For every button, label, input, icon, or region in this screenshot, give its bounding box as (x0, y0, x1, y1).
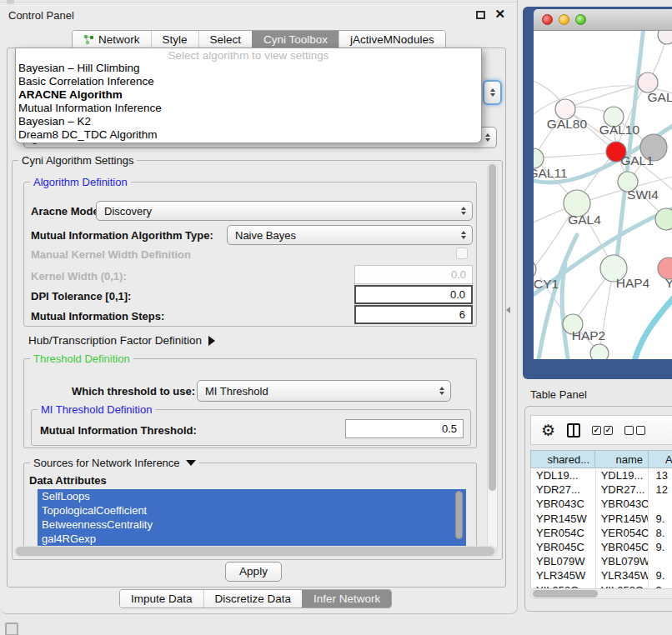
gear-icon[interactable]: ⚙ (541, 422, 555, 438)
table-cell: YER054C (596, 526, 649, 540)
tab-select[interactable]: Select (198, 31, 253, 48)
which-threshold-combo[interactable]: MI Threshold (197, 380, 451, 402)
tab-impute-data[interactable]: Impute Data (120, 590, 203, 608)
hub-definition-toggle[interactable]: Hub/Transcription Factor Definition (28, 334, 215, 347)
tab-jactivemnodules[interactable]: jActiveMNodules (339, 31, 445, 48)
window-minimize-icon[interactable] (559, 14, 569, 25)
node-label-gal11: GAL11 (534, 166, 568, 180)
table-cell: YBR045C (596, 540, 649, 554)
algorithm-item-mutual-information-inference[interactable]: Mutual Information Inference (16, 102, 481, 115)
network-node[interactable] (655, 208, 672, 230)
select-all-checkboxes-icon[interactable]: ✓✓ (592, 426, 613, 435)
algorithm-item-bayesian-k2[interactable]: Bayesian – K2 (16, 115, 481, 128)
table-cell: YLR345W (596, 568, 649, 582)
node-table: shared...nameA YDL19...YDL19...13YDR27..… (530, 450, 672, 588)
column-header-shared[interactable]: shared... (530, 450, 595, 468)
aracne-mode-combo[interactable]: Discovery (96, 201, 473, 221)
control-panel-titlebar: Control Panel ✕ (0, 3, 517, 27)
mi-algorithm-type-value: Naive Bayes (228, 229, 457, 242)
network-canvas[interactable]: GALGAL80GAL10GAL1GAL11SWI4GAL4GCY1HAP4YH… (534, 31, 672, 359)
table-cell: YDL19... (596, 468, 649, 482)
close-icon[interactable]: ✕ (494, 7, 505, 22)
tab-infer-network[interactable]: Infer Network (302, 590, 391, 608)
table-row[interactable]: YER054CYER054C8. (531, 526, 672, 540)
table-cell: YBL079W (531, 554, 596, 568)
settings-hscrollbar-thumb[interactable] (16, 547, 494, 556)
table-cell: YPR145W (531, 512, 596, 526)
algorithm-item-dream8-dc-tdc-algorithm[interactable]: Dream8 DC_TDC Algorithm (16, 128, 481, 142)
attribute-item-betweennesscentrality[interactable]: BetweennessCentrality (38, 518, 466, 532)
table-cell: YBR045C (531, 540, 596, 554)
table-hscrollbar-thumb[interactable] (533, 590, 598, 598)
table-row[interactable]: YBL079WYBL079W (531, 554, 672, 568)
network-window-titlebar[interactable] (534, 9, 672, 31)
expanded-arrow-icon[interactable] (186, 460, 196, 466)
node-label-gal1: GAL1 (620, 153, 654, 168)
node-label-gcy1: GCY1 (534, 277, 559, 291)
table-row[interactable]: YPR145WYPR145W9. (531, 512, 672, 526)
attribute-item-topologicalcoefficient[interactable]: TopologicalCoefficient (38, 503, 466, 518)
network-node[interactable] (658, 31, 672, 44)
spinner-up-icon (490, 88, 495, 92)
network-icon (83, 34, 94, 45)
attribute-item-selfloops[interactable]: SelfLoops (38, 489, 466, 503)
tab-style[interactable]: Style (151, 31, 198, 48)
aracne-mode-label: Aracne Mode: (31, 205, 103, 218)
float-panel-icon[interactable] (476, 11, 485, 19)
table-cell: YDR27... (596, 482, 649, 497)
table-header-row: shared...nameA (530, 450, 672, 468)
table-cell: YER054C (531, 526, 596, 540)
splitter-collapse-icon[interactable] (506, 307, 510, 313)
table-hscrollbar[interactable] (530, 588, 672, 599)
table-cell: 12 (649, 482, 672, 497)
control-panel: Control Panel ✕ NetworkStyleSelectCyni T… (0, 0, 518, 614)
manual-kernel-width-checkbox[interactable] (456, 248, 468, 259)
network-window[interactable]: GALGAL80GAL10GAL1GAL11SWI4GAL4GCY1HAP4YH… (523, 7, 672, 379)
combo-spinner-icon (481, 133, 494, 142)
table-row[interactable]: YBR045CYBR045C9. (531, 540, 672, 554)
column-header-a[interactable]: A (649, 450, 672, 468)
data-attributes-list[interactable]: SelfLoopsTopologicalCoefficientBetweenne… (38, 489, 466, 548)
threshold-definition-title: Threshold Definition (30, 352, 133, 365)
mi-steps-field[interactable]: 6 (354, 305, 473, 324)
table-row[interactable]: YDL19...YDL19...13 (531, 468, 672, 482)
window-close-icon[interactable] (542, 14, 553, 25)
apply-button[interactable]: Apply (225, 562, 282, 582)
tab-discretize-data[interactable]: Discretize Data (203, 590, 303, 608)
algorithm-combo-focus-fragment[interactable] (483, 80, 502, 105)
algorithm-select-prompt: Select algorithm to view settings (16, 49, 481, 62)
settings-scrollbar[interactable] (487, 162, 498, 555)
dpi-tolerance-field[interactable]: 0.0 (354, 285, 473, 304)
algorithm-item-basic-correlation-inference[interactable]: Basic Correlation Inference (16, 75, 481, 88)
window-zoom-icon[interactable] (575, 14, 586, 25)
network-node[interactable] (590, 344, 609, 359)
table-row[interactable]: YBR043CYBR043C (531, 497, 672, 511)
mi-steps-label: Mutual Information Steps: (31, 310, 164, 322)
collapsed-arrow-icon[interactable] (208, 336, 215, 346)
settings-hscrollbar[interactable] (14, 546, 498, 557)
table-cell: 8. (649, 526, 672, 540)
table-cell (649, 497, 672, 511)
table-toolbar: ⚙ ✓✓ (530, 415, 672, 445)
columns-icon[interactable] (567, 423, 580, 438)
settings-scrollbar-thumb[interactable] (489, 164, 496, 491)
attribute-item-gal4rgexp[interactable]: gal4RGexp (38, 532, 466, 546)
mi-threshold-group-title: MI Threshold Definition (38, 403, 155, 416)
table-row[interactable]: YLR345WYLR345W9. (531, 568, 672, 582)
tab-cyni-toolbox[interactable]: Cyni Toolbox (252, 31, 339, 48)
mi-algorithm-type-combo[interactable]: Naive Bayes (227, 225, 473, 245)
bottom-corner-icon[interactable] (5, 622, 18, 635)
attributes-list-scrollbar[interactable] (455, 491, 463, 539)
tab-network[interactable]: Network (73, 31, 151, 48)
which-threshold-value: MI Threshold (198, 385, 435, 398)
kernel-width-field[interactable]: 0.0 (354, 265, 473, 284)
table-row[interactable]: YDR27...YDR27...12 (531, 482, 672, 497)
algorithm-item-bayesian-hill-climbing[interactable]: Bayesian – Hill Climbing (16, 62, 481, 75)
mi-threshold-field[interactable]: 0.5 (345, 419, 464, 438)
panel-top-divider (0, 2, 517, 2)
table-cell: YBR043C (531, 497, 596, 511)
algorithm-item-aracne-algorithm[interactable]: ARACNE Algorithm (16, 88, 481, 102)
column-header-name[interactable]: name (595, 450, 649, 468)
deselect-all-checkboxes-icon[interactable] (624, 426, 645, 435)
table-cell: 9. (649, 540, 672, 554)
